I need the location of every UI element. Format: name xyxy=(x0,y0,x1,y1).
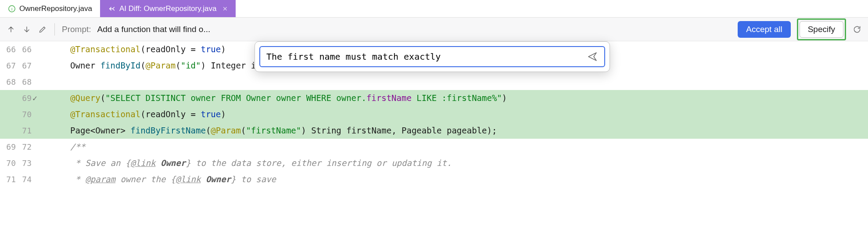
tab-bar: I OwnerRepository.java AI Diff: OwnerRep… xyxy=(0,0,868,18)
code-content: /** xyxy=(44,139,85,155)
code-line[interactable]: 70@Transactional(readOnly = true) xyxy=(0,106,868,122)
prompt-text: Add a function that will find o... xyxy=(97,25,211,34)
tab-file[interactable]: I OwnerRepository.java xyxy=(0,0,100,17)
code-line[interactable]: 7073 * Save an {@link Owner} to the data… xyxy=(0,155,868,171)
code-content: @Query("SELECT DISTINCT owner FROM Owner… xyxy=(44,90,507,106)
code-line[interactable]: 71Page<Owner> findByFirstName(@Param("fi… xyxy=(0,122,868,139)
arrow-up-icon[interactable] xyxy=(6,25,16,34)
gutter: 6767 xyxy=(0,58,44,74)
gutter: 6666 xyxy=(0,41,44,58)
tab-label: OwnerRepository.java xyxy=(19,4,92,13)
specify-popup xyxy=(255,41,610,72)
tab-label: AI Diff: OwnerRepository.java xyxy=(119,4,216,13)
arrow-down-icon[interactable] xyxy=(22,25,32,34)
specify-highlight: Specify xyxy=(797,18,846,40)
edit-icon[interactable] xyxy=(38,25,47,34)
gutter: 6972 xyxy=(0,139,44,155)
accept-all-button[interactable]: Accept all xyxy=(738,21,790,38)
diff-toolbar: Prompt: Add a function that will find o.… xyxy=(0,18,868,41)
code-content xyxy=(44,74,70,90)
specify-input[interactable] xyxy=(259,46,605,67)
code-line[interactable]: 6972/** xyxy=(0,139,868,155)
code-content: @Transactional(readOnly = true) xyxy=(44,41,226,58)
gutter: 7073 xyxy=(0,155,44,171)
ai-diff-icon xyxy=(108,5,116,13)
code-line[interactable]: 6868 xyxy=(0,74,868,90)
specify-button[interactable]: Specify xyxy=(800,21,843,38)
interface-icon: I xyxy=(8,5,16,13)
close-icon[interactable]: ✕ xyxy=(222,5,228,12)
divider xyxy=(54,23,55,36)
gutter: 70 xyxy=(0,106,44,122)
code-line[interactable]: 7174 * @param owner the {@link Owner} to… xyxy=(0,171,868,187)
gutter: 71 xyxy=(0,122,44,139)
gutter: 6868 xyxy=(0,74,44,90)
gutter: 7174 xyxy=(0,171,44,187)
refresh-icon[interactable] xyxy=(852,25,862,34)
code-content: Owner findById(@Param("id") Integer id); xyxy=(44,58,271,74)
code-content: * @param owner the {@link Owner} to save xyxy=(44,171,276,187)
code-content: Page<Owner> findByFirstName(@Param("firs… xyxy=(44,122,497,139)
code-content: * Save an {@link Owner} to the data stor… xyxy=(44,155,452,171)
code-editor[interactable]: 6666@Transactional(readOnly = true)6767O… xyxy=(0,41,868,187)
code-line[interactable]: 69✓@Query("SELECT DISTINCT owner FROM Ow… xyxy=(0,90,868,106)
svg-text:I: I xyxy=(11,6,13,11)
code-content: @Transactional(readOnly = true) xyxy=(44,106,226,122)
tab-ai-diff[interactable]: AI Diff: OwnerRepository.java ✕ xyxy=(100,0,236,17)
send-icon[interactable] xyxy=(585,49,600,64)
prompt-label: Prompt: xyxy=(62,25,91,34)
gutter: 69✓ xyxy=(0,90,44,106)
